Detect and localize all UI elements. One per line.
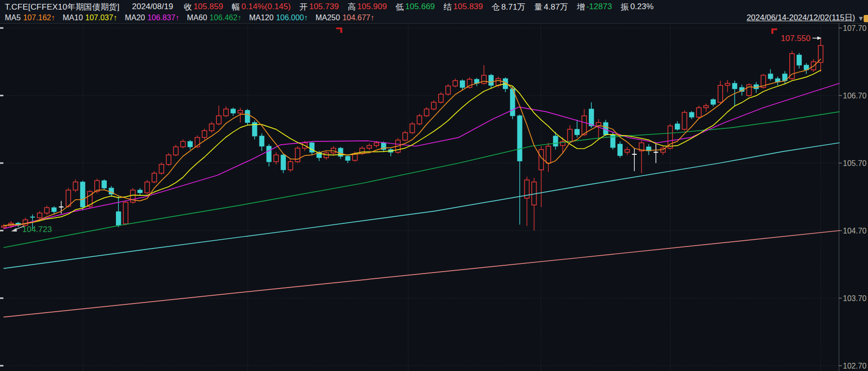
- quote-stats-row: T.CFE[CFFEX10年期国债期货] 2024/08/19 收105.859…: [5, 1, 865, 13]
- candle-down: [188, 141, 193, 147]
- event-marker-icon: [341, 27, 342, 33]
- candle-down: [618, 144, 623, 156]
- candle-up: [37, 213, 42, 218]
- price-axis-label: 105.70: [843, 159, 867, 167]
- quote-header: T.CFE[CFFEX10年期国债期货] 2024/08/19 收105.859…: [0, 0, 868, 24]
- candle-down: [517, 116, 522, 161]
- candle-down: [768, 74, 773, 79]
- stat-open: 开105.739: [299, 1, 339, 13]
- candles[interactable]: [1, 38, 823, 231]
- price-axis-label: 106.70: [843, 92, 867, 100]
- candle-down: [231, 109, 236, 113]
- candle-up: [718, 85, 723, 102]
- ma-line-ma60: [4, 112, 840, 247]
- candle-up: [790, 54, 795, 79]
- candle-down: [460, 81, 465, 87]
- candle-up: [582, 116, 587, 135]
- candlestick-chart[interactable]: 107.70106.70105.70104.70103.70102.70104.…: [0, 23, 868, 371]
- ma60-legend: MA60106.462↑: [187, 14, 242, 22]
- candle-down: [138, 190, 142, 193]
- chevron-down-icon[interactable]: ▼: [857, 14, 864, 22]
- candle-up: [704, 106, 709, 108]
- candle-up: [202, 131, 207, 137]
- candle-down: [245, 110, 250, 123]
- stat-high: 高105.909: [347, 1, 386, 13]
- symbol-label: T.CFE[CFFEX10年期国债期货]: [5, 1, 119, 13]
- candle-up: [546, 146, 551, 163]
- stat-amplitude: 振0.23%: [621, 1, 654, 13]
- candle-down: [80, 182, 85, 207]
- candle-down: [259, 136, 264, 146]
- candle-up: [697, 108, 701, 117]
- candle-up: [403, 133, 408, 140]
- ma5-legend: MA5107.162↑: [5, 14, 55, 22]
- candle-down: [603, 123, 608, 135]
- candle-up: [224, 109, 228, 116]
- candle-up: [238, 110, 243, 113]
- candle-up: [417, 116, 422, 124]
- candle-up: [424, 109, 429, 116]
- stat-change: 幅0.14%(0.145): [232, 1, 291, 13]
- candle-down: [116, 212, 121, 225]
- candle-down: [489, 75, 494, 85]
- candle-up: [123, 202, 128, 224]
- candle-up: [496, 79, 501, 85]
- candle-up: [152, 173, 157, 182]
- candle-down: [345, 156, 350, 160]
- price-axis-label: 103.70: [843, 294, 867, 302]
- quote-date: 2024/08/19: [132, 2, 173, 12]
- candle-up: [725, 83, 730, 85]
- candle-up: [625, 150, 630, 152]
- stat-settle: 结105.839: [443, 1, 483, 13]
- candle-up: [73, 182, 78, 190]
- ma-legend-row: MA5107.162↑ MA10107.037↑ MA20106.837↑ MA…: [5, 13, 865, 23]
- period-low-label: 104.723: [22, 225, 52, 234]
- ma-line-ma250: [4, 231, 840, 317]
- candle-down: [281, 155, 286, 170]
- candle-up: [44, 207, 49, 213]
- candle-up: [145, 182, 150, 192]
- trading-terminal: { "header": { "symbol": "T.CFE[CFFEX10年期…: [0, 0, 868, 371]
- low-arrow-head: [11, 228, 17, 232]
- ma250-legend: MA250104.677↑: [315, 14, 374, 22]
- candle-up: [453, 81, 458, 86]
- candle-up: [410, 124, 415, 133]
- event-marker-icon: [771, 28, 773, 34]
- ma10-legend: MA10107.037↑: [63, 14, 117, 22]
- candle-up: [216, 116, 221, 124]
- period-high-label: 107.550: [781, 34, 811, 43]
- candle-up: [173, 147, 178, 155]
- candle-up: [274, 155, 279, 162]
- ma-line-ma120: [4, 143, 840, 268]
- stat-close: 收105.859: [184, 1, 223, 13]
- stat-oi-change: 增-12873: [577, 1, 612, 13]
- candle-up: [324, 153, 329, 158]
- candle-up: [439, 94, 443, 102]
- price-axis-label: 104.70: [843, 227, 867, 235]
- candle-up: [288, 162, 293, 170]
- stat-open-interest: 仓8.71万: [492, 1, 526, 13]
- candle-up: [446, 86, 451, 94]
- candle-up: [568, 129, 572, 141]
- candle-down: [732, 83, 737, 89]
- ma120-legend: MA120106.000↑: [249, 14, 308, 22]
- stat-volume: 量4.87万: [534, 1, 568, 13]
- candle-up: [374, 143, 379, 146]
- price-axis-label: 102.70: [843, 362, 867, 370]
- candle-down: [102, 180, 107, 188]
- candle-down: [797, 55, 802, 65]
- candle-down: [589, 109, 594, 126]
- toolbar-icon[interactable]: [864, 15, 868, 22]
- candle-up: [66, 190, 71, 206]
- ma-line-ma20: [4, 83, 840, 229]
- candle-up: [166, 155, 171, 165]
- candle-down: [689, 112, 694, 117]
- price-axis-label: 107.70: [843, 24, 867, 32]
- candle-up: [367, 146, 372, 149]
- candle-up: [209, 124, 214, 131]
- ma20-legend: MA20106.837↑: [125, 14, 179, 22]
- candle-up: [431, 102, 436, 109]
- stat-low: 低105.669: [396, 1, 435, 13]
- candle-up: [159, 165, 164, 173]
- date-range-selector[interactable]: 2024/06/14-2024/12/02(115日) ▼: [747, 13, 865, 23]
